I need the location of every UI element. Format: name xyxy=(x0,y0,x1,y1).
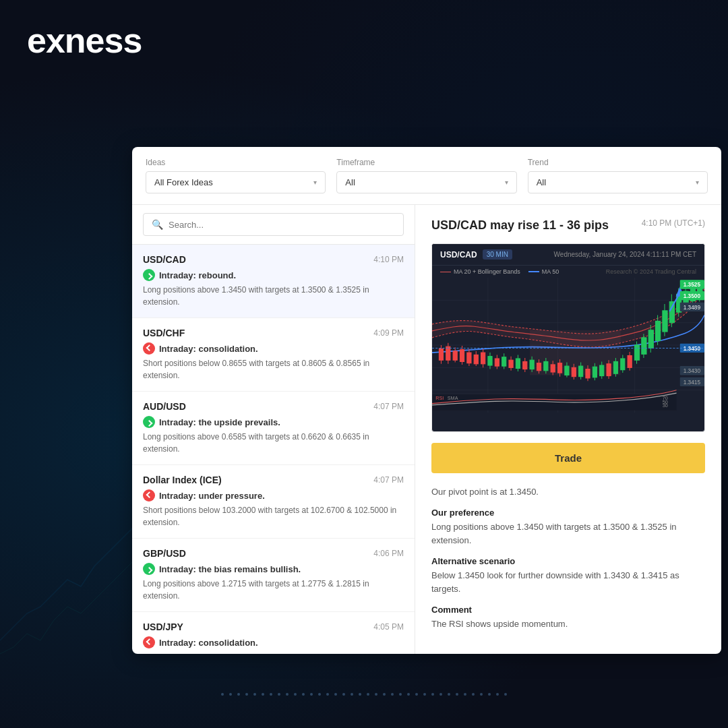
content-area: 🔍 USD/CAD 4:10 PM Intraday: rebound. xyxy=(132,205,721,654)
trade-button[interactable]: Trade xyxy=(431,443,705,473)
filter-bar: Ideas All Forex Ideas ▾ Timeframe All ▾ … xyxy=(132,147,721,205)
svg-text:30: 30 xyxy=(663,402,668,408)
pivot-text: Our pivot point is at 1.3450. xyxy=(431,487,705,497)
idea-desc: Short positions below 0.8655 with target… xyxy=(143,357,404,382)
svg-text:RSI: RSI xyxy=(435,395,444,401)
comment-section: Comment The RSI shows upside momentum. xyxy=(431,605,705,631)
detail-panel: USD/CAD may rise 11 - 36 pips 4:10 PM (U… xyxy=(415,205,721,654)
chart-container: USD/CAD 30 MIN Wednesday, January 24, 20… xyxy=(431,243,705,432)
idea-pair: USD/CAD xyxy=(143,254,186,265)
idea-pair: GBP/USD xyxy=(143,548,186,559)
list-item[interactable]: USD/CHF 4:09 PM Intraday: consolidation.… xyxy=(132,318,415,392)
chart-timeframe: 30 MIN xyxy=(483,249,512,260)
timeframe-filter-label: Timeframe xyxy=(336,158,516,167)
idea-desc: Short positions below 103.2000 with targ… xyxy=(143,504,404,528)
trend-filter-group: Trend All ▾ xyxy=(528,158,708,193)
idea-time: 4:09 PM xyxy=(373,328,404,338)
chart-watermark: Research © 2024 Trading Central xyxy=(606,268,696,275)
preference-text: Long positions above 1.3450 with targets… xyxy=(431,520,705,547)
signal-down-icon xyxy=(143,342,155,355)
idea-time: 4:10 PM xyxy=(373,255,404,264)
bg-chart-decoration xyxy=(0,472,135,674)
ideas-list: USD/CAD 4:10 PM Intraday: rebound. Long … xyxy=(132,245,415,654)
signal-up-icon xyxy=(143,269,155,281)
timeframe-filter-value: All xyxy=(345,177,355,187)
svg-text:1.3525: 1.3525 xyxy=(684,281,701,288)
main-panel: Ideas All Forex Ideas ▾ Timeframe All ▾ … xyxy=(132,147,721,654)
idea-time: 4:07 PM xyxy=(373,475,404,485)
idea-desc: Long positions above 0.6585 with targets… xyxy=(143,431,404,455)
ideas-filter-group: Ideas All Forex Ideas ▾ xyxy=(146,158,326,193)
ideas-chevron-icon: ▾ xyxy=(313,179,317,186)
detail-title: USD/CAD may rise 11 - 36 pips xyxy=(431,218,609,233)
timeframe-filter-select[interactable]: All ▾ xyxy=(336,171,516,193)
signal-down-icon xyxy=(143,489,155,502)
list-item[interactable]: AUD/USD 4:07 PM Intraday: the upside pre… xyxy=(132,392,415,465)
ideas-filter-select[interactable]: All Forex Ideas ▾ xyxy=(146,171,326,193)
svg-text:1.3500: 1.3500 xyxy=(684,293,701,299)
search-bar: 🔍 xyxy=(132,205,415,245)
search-input[interactable] xyxy=(169,220,395,230)
ideas-filter-value: All Forex Ideas xyxy=(154,177,213,187)
signal-label: Intraday: consolidation. xyxy=(159,344,258,354)
trend-chevron-icon: ▾ xyxy=(696,179,699,186)
idea-desc: Long positions above 1.3450 with targets… xyxy=(143,284,404,308)
chart-svg: 1.3525 1.3500 1.3489 1.3450 xyxy=(432,278,704,413)
timeframe-filter-group: Timeframe All ▾ xyxy=(336,158,516,193)
signal-label: Intraday: consolidation. xyxy=(159,638,258,648)
idea-pair: AUD/USD xyxy=(143,401,186,412)
ideas-filter-label: Ideas xyxy=(146,158,326,167)
svg-text:SMA: SMA xyxy=(448,395,458,401)
chart-date: Wednesday, January 24, 2024 4:11:11 PM C… xyxy=(554,251,696,258)
signal-label: Intraday: rebound. xyxy=(159,270,236,280)
alternative-title: Alternative scenario xyxy=(431,556,705,566)
exness-logo: exness xyxy=(27,20,142,61)
chart-body: 1.3525 1.3500 1.3489 1.3450 xyxy=(432,278,704,413)
svg-rect-67 xyxy=(642,338,646,354)
comment-title: Comment xyxy=(431,605,705,615)
signal-up-icon xyxy=(143,416,155,428)
idea-pair: Dollar Index (ICE) xyxy=(143,475,222,485)
chart-header: USD/CAD 30 MIN Wednesday, January 24, 20… xyxy=(432,244,704,266)
preference-title: Our preference xyxy=(431,508,705,518)
trend-filter-label: Trend xyxy=(528,158,708,167)
search-icon: 🔍 xyxy=(152,219,163,230)
svg-text:1.3489: 1.3489 xyxy=(684,303,701,310)
signal-label: Intraday: the bias remains bullish. xyxy=(159,564,301,574)
trend-filter-value: All xyxy=(537,177,546,187)
list-panel: 🔍 USD/CAD 4:10 PM Intraday: rebound. xyxy=(132,205,415,654)
alternative-text: Below 1.3450 look for further downside w… xyxy=(431,569,705,595)
signal-down-icon xyxy=(143,636,155,648)
signal-label: Intraday: under pressure. xyxy=(159,491,265,501)
list-item[interactable]: USD/JPY 4:05 PM Intraday: consolidation. xyxy=(132,612,415,654)
list-item[interactable]: GBP/USD 4:06 PM Intraday: the bias remai… xyxy=(132,539,415,612)
idea-time: 4:06 PM xyxy=(373,549,404,558)
detail-time: 4:10 PM (UTC+1) xyxy=(642,218,705,228)
list-item[interactable]: Dollar Index (ICE) 4:07 PM Intraday: und… xyxy=(132,465,415,539)
chart-pair: USD/CAD xyxy=(440,250,477,260)
bottom-dots xyxy=(13,674,715,715)
idea-pair: USD/CHF xyxy=(143,328,185,338)
trend-filter-select[interactable]: All ▾ xyxy=(528,171,708,193)
alternative-section: Alternative scenario Below 1.3450 look f… xyxy=(431,556,705,595)
detail-header: USD/CAD may rise 11 - 36 pips 4:10 PM (U… xyxy=(431,218,705,233)
detail-pivot-section: Our pivot point is at 1.3450. xyxy=(431,487,705,497)
comment-text: The RSI shows upside momentum. xyxy=(431,617,705,631)
timeframe-chevron-icon: ▾ xyxy=(505,179,508,186)
idea-time: 4:07 PM xyxy=(373,402,404,411)
idea-time: 4:05 PM xyxy=(373,622,404,632)
search-input-wrapper[interactable]: 🔍 xyxy=(143,213,404,236)
preference-section: Our preference Long positions above 1.34… xyxy=(431,508,705,547)
signal-label: Intraday: the upside prevails. xyxy=(159,417,280,427)
idea-desc: Long positions above 1.2715 with targets… xyxy=(143,578,404,602)
idea-pair: USD/JPY xyxy=(143,621,183,632)
list-item[interactable]: USD/CAD 4:10 PM Intraday: rebound. Long … xyxy=(132,245,415,318)
chart-legend: MA 20 + Bollinger Bands MA 50 Research ©… xyxy=(432,266,704,278)
signal-up-icon xyxy=(143,563,155,575)
svg-text:1.3430: 1.3430 xyxy=(684,367,701,374)
svg-text:1.3415: 1.3415 xyxy=(684,379,701,386)
